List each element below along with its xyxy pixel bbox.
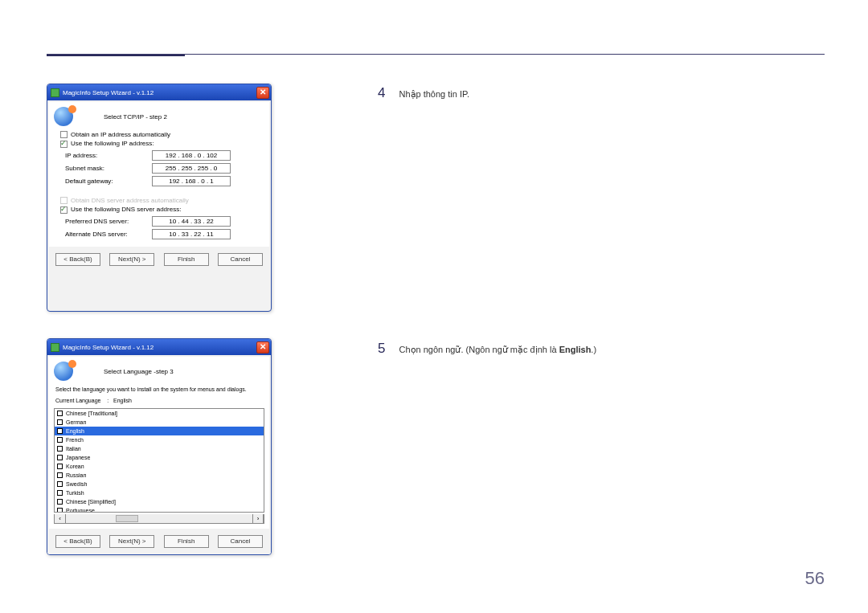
- tcpip-dialog: MagicInfo Setup Wizard - v.1.12 ✕ Select…: [47, 84, 272, 312]
- language-item-label: Swedish: [66, 481, 87, 487]
- checkbox-icon[interactable]: [60, 206, 68, 214]
- subnet-mask-input[interactable]: 255 . 255 . 255 . 0: [152, 163, 231, 174]
- finish-button[interactable]: Finish: [164, 535, 209, 548]
- checkbox-icon[interactable]: [57, 428, 63, 434]
- app-icon: [51, 343, 59, 352]
- language-item-label: Chinese [Traditional]: [66, 411, 117, 416]
- language-dialog: MagicInfo Setup Wizard - v.1.12 ✕ Select…: [47, 338, 272, 555]
- checkbox-icon[interactable]: [57, 455, 63, 460]
- language-item-label: German: [66, 419, 86, 425]
- page-number: 56: [805, 568, 825, 589]
- checkbox-icon[interactable]: [57, 481, 63, 487]
- cancel-button[interactable]: Cancel: [218, 253, 263, 266]
- ip-address-input[interactable]: 192 . 168 . 0 . 102: [152, 150, 231, 161]
- default-gateway-input[interactable]: 192 . 168 . 0 . 1: [152, 176, 231, 186]
- use-ip-option[interactable]: Use the following IP address:: [60, 140, 264, 147]
- language-item[interactable]: English: [55, 427, 264, 435]
- use-ip-label: Use the following IP address:: [71, 140, 154, 147]
- language-item-label: Russian: [66, 472, 86, 478]
- current-language-value: English: [113, 398, 132, 403]
- preferred-dns-input[interactable]: 10 . 44 . 33 . 22: [152, 216, 231, 227]
- language-item[interactable]: Chinese [Traditional]: [55, 409, 264, 418]
- language-item-label: Italian: [66, 446, 81, 452]
- dialog-body: Select Language -step 3 Select the langu…: [49, 357, 269, 529]
- horizontal-scrollbar[interactable]: ‹ ›: [54, 514, 264, 524]
- language-instruction: Select the language you want to install …: [55, 386, 263, 393]
- language-item[interactable]: German: [55, 418, 264, 427]
- scroll-left-icon[interactable]: ‹: [55, 514, 66, 523]
- step-5-text-before: Chọn ngôn ngữ. (Ngôn ngữ mặc định là: [399, 345, 559, 354]
- checkbox-icon[interactable]: [57, 437, 63, 443]
- checkbox-icon[interactable]: [57, 499, 63, 505]
- subnet-mask-label: Subnet mask:: [65, 165, 152, 172]
- preferred-dns-label: Preferred DNS server:: [65, 218, 152, 225]
- window-title: MagicInfo Setup Wizard - v.1.12: [63, 89, 256, 96]
- obtain-dns-option: Obtain DNS server address automatically: [60, 197, 264, 204]
- checkbox-icon[interactable]: [57, 464, 63, 469]
- checkbox-icon[interactable]: [57, 508, 63, 513]
- close-icon[interactable]: ✕: [256, 87, 269, 99]
- scroll-track[interactable]: [66, 514, 252, 523]
- titlebar[interactable]: MagicInfo Setup Wizard - v.1.12 ✕: [47, 84, 271, 100]
- language-item[interactable]: French: [55, 435, 264, 444]
- globe-icon: [54, 107, 73, 126]
- cancel-button[interactable]: Cancel: [218, 535, 263, 548]
- checkbox-icon[interactable]: [57, 490, 63, 496]
- back-button[interactable]: < Back(B): [55, 535, 100, 548]
- scroll-right-icon[interactable]: ›: [252, 514, 264, 523]
- language-item[interactable]: Russian: [55, 471, 264, 480]
- current-language-label: Current Language: [55, 398, 100, 403]
- globe-icon: [54, 362, 73, 381]
- scroll-thumb[interactable]: [116, 515, 138, 522]
- step-title: Select Language -step 3: [104, 368, 174, 375]
- checkbox-icon[interactable]: [57, 446, 63, 452]
- step-5-text-after: .): [591, 345, 596, 354]
- language-item-label: English: [66, 428, 84, 434]
- current-language-row: Current Language : English: [55, 398, 263, 403]
- language-item[interactable]: Portuguese: [55, 506, 264, 513]
- step-4-text: Nhập thông tin IP.: [399, 86, 469, 100]
- checkbox-icon[interactable]: [57, 419, 63, 425]
- checkbox-icon: [60, 197, 68, 204]
- language-item-label: French: [66, 437, 84, 443]
- language-item[interactable]: Korean: [55, 462, 264, 471]
- use-dns-option[interactable]: Use the following DNS server address:: [60, 206, 264, 213]
- language-item[interactable]: Chinese [Simplified]: [55, 497, 264, 506]
- next-button[interactable]: Next(N) >: [109, 535, 154, 548]
- button-row: < Back(B) Next(N) > Finish Cancel: [47, 248, 271, 272]
- language-item[interactable]: Turkish: [55, 488, 264, 497]
- obtain-dns-label: Obtain DNS server address automatically: [71, 197, 189, 204]
- alternate-dns-input[interactable]: 10 . 33 . 22 . 11: [152, 229, 231, 239]
- dialog-body: Select TCP/IP - step 2 Obtain an IP addr…: [49, 102, 269, 247]
- default-gateway-label: Default gateway:: [65, 178, 152, 185]
- language-list[interactable]: Chinese [Traditional]GermanEnglishFrench…: [54, 408, 264, 513]
- step-5-bold: English: [559, 345, 592, 354]
- language-item[interactable]: Japanese: [55, 453, 264, 462]
- language-item[interactable]: Swedish: [55, 480, 264, 488]
- checkbox-icon[interactable]: [60, 131, 68, 138]
- language-item[interactable]: Italian: [55, 444, 264, 453]
- step-title: Select TCP/IP - step 2: [104, 113, 167, 121]
- obtain-ip-label: Obtain an IP address automatically: [71, 131, 170, 138]
- next-button[interactable]: Next(N) >: [109, 253, 154, 266]
- finish-button[interactable]: Finish: [164, 253, 209, 266]
- header-short-rule: [47, 55, 185, 56]
- language-item-label: Turkish: [66, 490, 84, 496]
- current-language-sep: :: [107, 398, 108, 403]
- titlebar[interactable]: MagicInfo Setup Wizard - v.1.12 ✕: [47, 339, 271, 355]
- checkbox-icon[interactable]: [57, 472, 63, 478]
- step-5-number: 5: [378, 341, 395, 357]
- back-button[interactable]: < Back(B): [55, 253, 100, 266]
- checkbox-icon[interactable]: [57, 411, 63, 416]
- step-5-block: 5 Chọn ngôn ngữ. (Ngôn ngữ mặc định là E…: [378, 341, 596, 357]
- step-5-text: Chọn ngôn ngữ. (Ngôn ngữ mặc định là Eng…: [399, 341, 596, 355]
- obtain-ip-option[interactable]: Obtain an IP address automatically: [60, 131, 264, 138]
- checkbox-icon[interactable]: [60, 141, 68, 148]
- step-4-block: 4 Nhập thông tin IP.: [378, 85, 469, 101]
- close-icon[interactable]: ✕: [256, 341, 269, 353]
- alternate-dns-label: Alternate DNS server:: [65, 231, 152, 238]
- use-dns-label: Use the following DNS server address:: [71, 206, 181, 213]
- ip-address-label: IP address:: [65, 152, 152, 159]
- window-title: MagicInfo Setup Wizard - v.1.12: [63, 344, 256, 351]
- language-item-label: Japanese: [66, 455, 90, 460]
